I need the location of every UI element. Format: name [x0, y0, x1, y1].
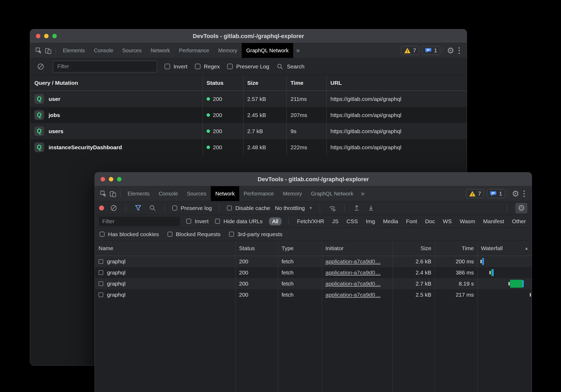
throttling-select[interactable]: No throttling ▼ [275, 205, 312, 211]
more-tabs-chevron-icon[interactable]: » [293, 47, 303, 54]
hide-data-urls-checkbox[interactable]: Hide data URLs [215, 218, 263, 225]
column-header-time[interactable]: Time [287, 75, 326, 91]
block-icon[interactable] [36, 62, 45, 71]
blocked-requests-checkbox[interactable]: Blocked Requests [167, 231, 221, 237]
graphql-row-user[interactable]: Q user 200 2.57 kB 211ms https://gitlab.… [30, 91, 467, 107]
zoom-window-button[interactable] [52, 34, 57, 38]
initiator-link[interactable]: application-a7ca9d0… [325, 258, 381, 265]
tab-performance[interactable]: Performance [175, 43, 214, 58]
regex-checkbox[interactable]: Regex [195, 63, 220, 70]
tab-elements[interactable]: Elements [123, 186, 154, 201]
graphql-filter-input[interactable] [53, 61, 157, 72]
warnings-badge[interactable]: 7 [466, 189, 484, 198]
import-har-icon[interactable] [352, 203, 362, 213]
column-header-status[interactable]: Status [236, 241, 278, 256]
filter-chip-manifest[interactable]: Manifest [481, 217, 506, 225]
tab-console[interactable]: Console [154, 186, 182, 201]
tab-memory[interactable]: Memory [214, 43, 242, 58]
tab-console[interactable]: Console [89, 43, 118, 58]
network-request-row[interactable]: graphql 200 fetch application-a7ca9d0… 2… [95, 278, 532, 289]
filter-chip-img[interactable]: Img [364, 217, 377, 225]
tab-network[interactable]: Network [211, 186, 239, 201]
column-header-status[interactable]: Status [203, 75, 243, 91]
warnings-badge[interactable]: 7 [401, 46, 419, 55]
inspect-element-icon[interactable] [99, 189, 108, 198]
titlebar[interactable]: DevTools - gitlab.com/-/graphql-explorer [30, 29, 467, 43]
close-window-button[interactable] [36, 34, 40, 38]
titlebar[interactable]: DevTools - gitlab.com/-/graphql-explorer [95, 172, 532, 186]
filter-chip-css[interactable]: CSS [345, 217, 359, 225]
tab-network[interactable]: Network [146, 43, 174, 58]
filter-chip-doc[interactable]: Doc [423, 217, 436, 225]
filter-chip-media[interactable]: Media [381, 217, 400, 225]
filter-chip-font[interactable]: Font [404, 217, 419, 225]
disable-cache-checkbox[interactable]: Disable cache [227, 205, 270, 211]
tab-graphql-network[interactable]: GraphQL Network [306, 186, 358, 201]
tab-sources[interactable]: Sources [118, 43, 146, 58]
issues-badge[interactable]: 1 [487, 189, 505, 198]
settings-gear-icon[interactable]: ⚙ [511, 189, 520, 198]
search-icon[interactable] [148, 203, 157, 213]
column-header-time[interactable]: Time [435, 241, 478, 256]
third-party-requests-checkbox[interactable]: 3rd-party requests [229, 231, 282, 237]
filter-funnel-icon[interactable] [133, 203, 143, 213]
filter-chip-ws[interactable]: WS [441, 217, 454, 225]
column-separator[interactable] [477, 300, 478, 392]
network-request-row[interactable]: graphql 200 fetch application-a7ca9d0… 2… [95, 256, 532, 267]
initiator-link[interactable]: application-a7ca9d0… [325, 281, 381, 287]
column-header-size[interactable]: Size [243, 75, 287, 91]
network-filter-input[interactable] [99, 217, 180, 226]
filter-chip-all[interactable]: All [269, 217, 281, 225]
row-checkbox[interactable] [99, 259, 103, 264]
tab-graphql-network[interactable]: GraphQL Network [242, 43, 293, 58]
settings-gear-icon[interactable]: ⚙ [446, 46, 455, 55]
minimize-window-button[interactable] [109, 177, 113, 181]
column-header-name[interactable]: Name [95, 241, 236, 256]
filter-chip-wasm[interactable]: Wasm [458, 217, 477, 225]
column-header-waterfall[interactable]: Waterfall ▲ [478, 241, 532, 256]
close-window-button[interactable] [101, 177, 105, 181]
invert-checkbox[interactable]: Invert [165, 63, 188, 70]
row-checkbox[interactable] [99, 270, 103, 275]
issues-badge[interactable]: 1 [422, 46, 440, 55]
record-network-log-button[interactable] [99, 206, 104, 211]
row-checkbox[interactable] [99, 281, 103, 286]
device-toolbar-icon[interactable] [43, 46, 53, 55]
has-blocked-cookies-checkbox[interactable]: Has blocked cookies [100, 231, 159, 237]
tab-performance[interactable]: Performance [239, 186, 279, 201]
filter-chip-fetch-xhr[interactable]: Fetch/XHR [296, 217, 326, 225]
row-checkbox[interactable] [99, 292, 103, 297]
kebab-menu-icon[interactable] [455, 47, 463, 54]
inspect-element-icon[interactable] [34, 46, 43, 55]
graphql-row-jobs[interactable]: Q jobs 200 2.45 kB 207ms https://gitlab.… [30, 107, 467, 123]
column-separator[interactable] [278, 300, 278, 392]
column-header-query-mutation[interactable]: Query / Mutation [30, 75, 203, 91]
tab-sources[interactable]: Sources [183, 186, 211, 201]
network-request-row[interactable]: graphql 200 fetch application-a7ca9d0… 2… [95, 267, 532, 278]
network-request-row[interactable]: graphql 200 fetch application-a7ca9d0… 2… [95, 289, 532, 300]
column-separator[interactable] [435, 300, 435, 392]
zoom-window-button[interactable] [117, 177, 121, 181]
tab-memory[interactable]: Memory [278, 186, 306, 201]
tab-elements[interactable]: Elements [58, 43, 89, 58]
initiator-link[interactable]: application-a7ca9d0… [325, 292, 381, 298]
preserve-log-checkbox[interactable]: Preserve log [172, 205, 212, 211]
filter-chip-other[interactable]: Other [510, 217, 527, 225]
graphql-row-users[interactable]: Q users 200 2.7 kB 9s https://gitlab.com… [30, 123, 467, 139]
column-header-size[interactable]: Size [393, 241, 435, 256]
column-separator[interactable] [392, 300, 393, 392]
filter-chip-js[interactable]: JS [330, 217, 340, 225]
invert-checkbox[interactable]: Invert [186, 218, 209, 225]
more-tabs-chevron-icon[interactable]: » [358, 190, 368, 197]
network-settings-gear-button[interactable]: ⚙ [515, 203, 527, 213]
device-toolbar-icon[interactable] [108, 189, 118, 198]
export-har-icon[interactable] [366, 203, 376, 213]
column-header-type[interactable]: Type [278, 241, 322, 256]
minimize-window-button[interactable] [44, 34, 49, 38]
initiator-link[interactable]: application-a7ca9d0… [325, 269, 381, 276]
column-header-initiator[interactable]: Initiator [322, 241, 393, 256]
search-button[interactable]: Search [277, 63, 305, 70]
column-separator[interactable] [322, 300, 322, 392]
clear-network-log-icon[interactable] [109, 203, 118, 213]
preserve-log-checkbox[interactable]: Preserve Log [227, 63, 269, 70]
